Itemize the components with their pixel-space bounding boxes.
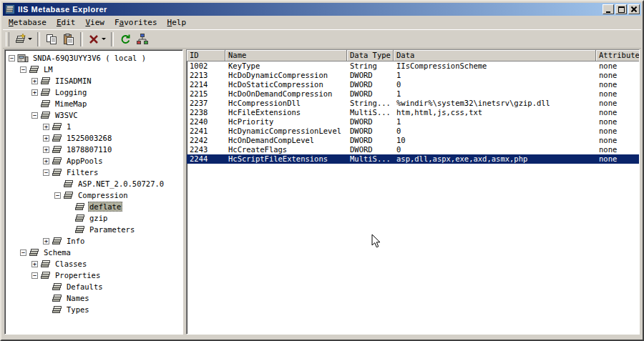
cell-attributes: none <box>596 89 639 99</box>
column-header-id[interactable]: ID <box>187 50 225 61</box>
tree-item-info[interactable]: +Info <box>6 235 182 247</box>
menu-view[interactable]: View <box>80 16 109 29</box>
tree-view: −SNDA-69Q3UYY3V6 ( local )−LM+IISADMIN+L… <box>6 52 182 315</box>
dropdown-arrow-icon[interactable] <box>28 38 32 40</box>
collapse-toggle-icon[interactable]: − <box>43 169 49 176</box>
column-header-data[interactable]: Data <box>394 50 596 61</box>
expand-toggle-icon[interactable]: + <box>31 261 38 267</box>
cell-id: 2237 <box>187 99 225 108</box>
db-icon <box>52 157 62 166</box>
cell-name: HcFileExtensions <box>225 108 347 117</box>
tree-item-1878807110[interactable]: +1878807110 <box>6 144 182 155</box>
cell-name: HcDoStaticCompression <box>225 80 347 89</box>
tree-item-deflate[interactable]: deflate <box>6 201 182 212</box>
column-header-name[interactable]: Name <box>225 50 347 61</box>
delete-icon <box>88 34 99 45</box>
cell-attributes: none <box>596 117 639 127</box>
cell-data-type: String... <box>347 99 394 108</box>
minimize-button[interactable] <box>602 4 614 14</box>
toolbar-separator <box>111 32 114 46</box>
menu-metabase[interactable]: Metabase <box>4 16 52 29</box>
expand-toggle-icon[interactable]: + <box>31 78 38 84</box>
collapse-toggle-icon[interactable]: − <box>9 55 15 61</box>
expand-toggle-icon[interactable]: + <box>31 89 38 96</box>
collapse-toggle-icon[interactable]: − <box>31 112 38 119</box>
db-icon <box>52 237 62 246</box>
menu-favorites[interactable]: Favorites <box>109 16 162 29</box>
collapse-toggle-icon[interactable]: − <box>20 66 26 73</box>
tree-item-apppools[interactable]: +AppPools <box>6 155 182 167</box>
db-icon <box>52 122 62 132</box>
expand-toggle-icon[interactable]: + <box>43 238 49 244</box>
tree-item-label: LM <box>42 65 54 74</box>
db-icon <box>74 214 85 223</box>
collapse-toggle-icon[interactable]: − <box>20 249 26 256</box>
db-icon <box>63 179 74 189</box>
paste-icon <box>63 34 74 45</box>
collapse-toggle-icon[interactable]: − <box>54 192 61 199</box>
table-row-2215[interactable]: 2215HcDoOnDemandCompressionDWORD1none <box>187 89 639 99</box>
refresh-button[interactable] <box>117 31 134 47</box>
expand-toggle-icon[interactable]: + <box>43 158 49 164</box>
table-row-2238[interactable]: 2238HcFileExtensionsMultiS...htm,html,js… <box>187 108 639 117</box>
tree-item-mimemap[interactable]: MimeMap <box>6 98 182 109</box>
tree-item-parameters[interactable]: Parameters <box>6 224 182 235</box>
title-bar[interactable]: IIS Metabase Explorer <box>3 3 641 16</box>
column-header-data-type[interactable]: Data Type <box>347 50 394 61</box>
tree-item-names[interactable]: Names <box>6 292 182 304</box>
table-row-2242[interactable]: 2242HcOnDemandCompLevelDWORD10none <box>187 136 639 145</box>
new-key-button[interactable] <box>12 31 34 47</box>
tree-item-filters[interactable]: −Filters <box>6 167 182 178</box>
table-row-2241[interactable]: 2241HcDynamicCompressionLevelDWORD0none <box>187 127 639 136</box>
tree-panel[interactable]: −SNDA-69Q3UYY3V6 ( local )−LM+IISADMIN+L… <box>4 49 183 335</box>
list-body[interactable]: 1002KeyTypeStringIIsCompressionSchemenon… <box>187 61 639 334</box>
tree-item-gzip[interactable]: gzip <box>6 212 182 224</box>
copy-icon <box>46 34 57 45</box>
app-icon[interactable] <box>5 4 15 14</box>
expand-toggle-icon[interactable]: + <box>43 124 49 130</box>
column-header-attributes[interactable]: Attributes <box>596 50 640 61</box>
menu-bar: MetabaseEditViewFavoritesHelp <box>3 16 641 29</box>
dropdown-arrow-icon[interactable] <box>102 38 106 40</box>
tree-item-classes[interactable]: +Classes <box>6 258 182 270</box>
tree-item-asp-net-2-0-50727-0[interactable]: ASP.NET_2.0.50727.0 <box>6 178 182 189</box>
tree-item-schema[interactable]: −Schema <box>6 247 182 258</box>
toolbar-gripper[interactable] <box>6 32 9 46</box>
maximize-button[interactable] <box>615 4 627 14</box>
table-row-2243[interactable]: 2243HcCreateFlagsDWORD0none <box>187 145 639 154</box>
list-panel[interactable]: IDNameData TypeDataAttributes 1002KeyTyp… <box>186 49 640 335</box>
cell-data-type: DWORD <box>347 136 394 145</box>
tree-item-snda-69q3uyy3v6-local[interactable]: −SNDA-69Q3UYY3V6 ( local ) <box>6 52 182 64</box>
db-icon <box>63 191 74 200</box>
tree-item-types[interactable]: Types <box>6 304 182 315</box>
collapse-toggle-icon[interactable]: − <box>31 272 38 279</box>
table-row-2237[interactable]: 2237HcCompressionDllString...%windir%\sy… <box>187 99 639 108</box>
tree-item-lm[interactable]: −LM <box>6 64 182 75</box>
table-row-2213[interactable]: 2213HcDoDynamicCompressionDWORD1none <box>187 71 639 80</box>
paste-button[interactable] <box>60 31 77 47</box>
delete-button[interactable] <box>86 31 108 47</box>
cell-attributes: none <box>596 136 639 145</box>
expand-toggle-icon[interactable]: + <box>43 135 49 142</box>
tree-item-1[interactable]: +1 <box>6 121 182 132</box>
tree-item-label: Compression <box>77 191 130 199</box>
table-row-2214[interactable]: 2214HcDoStaticCompressionDWORD0none <box>187 80 639 89</box>
cell-data: asp,dll,aspx,exe,axd,asmx,php <box>394 154 596 164</box>
network-button[interactable] <box>134 31 151 47</box>
tree-item-w3svc[interactable]: −W3SVC <box>6 109 182 121</box>
tree-item-1525003268[interactable]: +1525003268 <box>6 132 182 144</box>
tree-item-logging[interactable]: +Logging <box>6 87 182 98</box>
menu-help[interactable]: Help <box>162 16 192 29</box>
expand-toggle-icon[interactable]: + <box>43 147 49 153</box>
close-button[interactable] <box>628 4 640 14</box>
copy-button[interactable] <box>43 31 60 47</box>
tree-item-iisadmin[interactable]: +IISADMIN <box>6 75 182 87</box>
table-row-2240[interactable]: 2240HcPriorityDWORD1none <box>187 117 639 127</box>
table-row-1002[interactable]: 1002KeyTypeStringIIsCompressionSchemenon… <box>187 61 639 71</box>
tree-item-compression[interactable]: −Compression <box>6 189 182 201</box>
tree-item-properties[interactable]: −Properties <box>6 270 182 281</box>
cell-data: 1 <box>394 117 596 127</box>
menu-edit[interactable]: Edit <box>52 16 81 29</box>
tree-item-defaults[interactable]: Defaults <box>6 281 182 292</box>
table-row-2244[interactable]: 2244HcScriptFileExtensionsMultiS...asp,d… <box>187 154 639 164</box>
